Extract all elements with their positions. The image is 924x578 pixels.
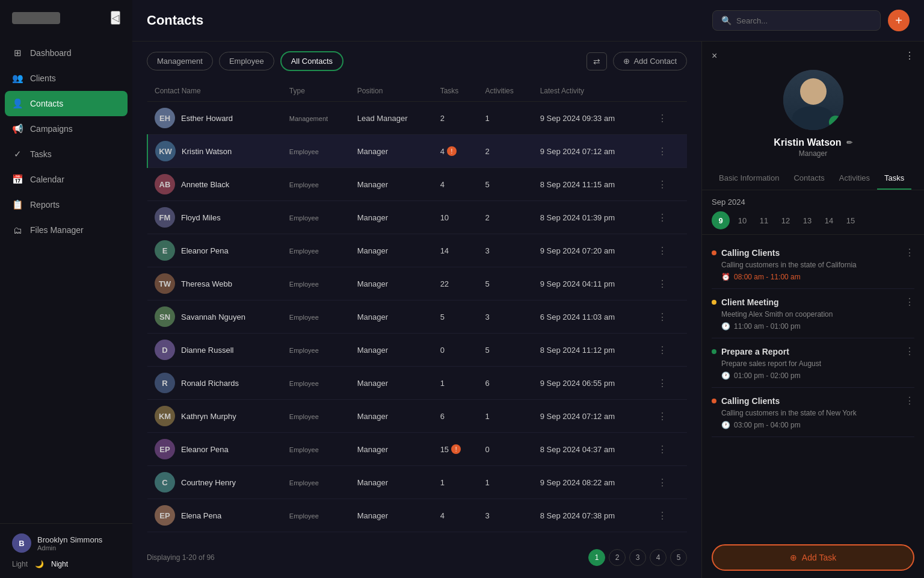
table-row[interactable]: KM Kathryn Murphy Employee Manager 6 1 9… [147, 400, 687, 433]
add-task-icon: ⊕ [790, 553, 797, 562]
row-more-button[interactable]: ⋮ [654, 144, 671, 158]
light-mode-button[interactable]: Light [12, 560, 28, 568]
position-cell: Manager [350, 168, 433, 201]
cal-day-11[interactable]: 11 [755, 211, 773, 229]
global-add-button[interactable]: + [888, 10, 910, 31]
task-count: 15 [440, 445, 449, 454]
row-more-button[interactable]: ⋮ [654, 376, 671, 390]
page-2-button[interactable]: 2 [609, 549, 626, 566]
cal-day-14[interactable]: 14 [820, 211, 838, 229]
task-time-text: 01:00 pm - 02:00 pm [734, 371, 801, 380]
type-badge: Employee [289, 479, 319, 486]
row-more-button[interactable]: ⋮ [654, 277, 671, 291]
sidebar-item-clients[interactable]: 👥Clients [0, 66, 132, 91]
sidebar-item-contacts[interactable]: 👤Contacts [5, 91, 128, 116]
task-item: Calling Clients ⋮ Calling customers in t… [712, 240, 914, 289]
tab-contacts[interactable]: Contacts [786, 167, 831, 190]
column-type: Type [282, 81, 350, 102]
row-more-button[interactable]: ⋮ [654, 509, 671, 523]
row-more-button[interactable]: ⋮ [654, 443, 671, 456]
task-more-button[interactable]: ⋮ [905, 296, 914, 308]
night-mode-button[interactable]: Night [51, 560, 68, 568]
page-5-button[interactable]: 5 [670, 549, 687, 566]
add-task-button[interactable]: ⊕ Add Task [712, 544, 914, 571]
contact-cell: FM Floyd Miles [155, 207, 275, 228]
activities-cell: 5 [478, 168, 532, 201]
sidebar-item-files[interactable]: 🗂Files Manager [0, 217, 132, 243]
cal-day-15[interactable]: 15 [842, 211, 860, 229]
task-description: Prepare sales report for August [721, 359, 914, 368]
contact-name: Savannah Nguyen [181, 312, 245, 322]
row-more-button[interactable]: ⋮ [654, 343, 671, 357]
sidebar-item-tasks[interactable]: ✓Tasks [0, 141, 132, 167]
files-icon: 🗂 [12, 225, 23, 235]
calendar-section: Sep 2024 9101112131415 [702, 190, 924, 235]
task-count: 5 [440, 312, 445, 322]
contact-avatar: SN [155, 306, 175, 327]
sidebar-item-calendar[interactable]: 📅Calendar [0, 167, 132, 192]
table-row[interactable]: R Ronald Richards Employee Manager 1 6 9… [147, 367, 687, 400]
table-row[interactable]: AB Annette Black Employee Manager 4 5 8 … [147, 168, 687, 201]
row-more-button[interactable]: ⋮ [654, 244, 671, 258]
table-row[interactable]: TW Theresa Webb Employee Manager 22 5 9 … [147, 267, 687, 300]
cal-day-12[interactable]: 12 [777, 211, 795, 229]
add-contact-button[interactable]: ⊕ Add Contact [613, 52, 687, 70]
row-more-button[interactable]: ⋮ [654, 476, 671, 489]
type-badge: Employee [289, 181, 319, 188]
task-description: Meeting Alex Smith on cooperation [721, 310, 914, 319]
table-row[interactable]: SN Savannah Nguyen Employee Manager 5 3 … [147, 300, 687, 334]
table-row[interactable]: EP Elena Pena Employee Manager 4 3 8 Sep… [147, 499, 687, 532]
task-more-button[interactable]: ⋮ [905, 247, 914, 258]
type-badge: Employee [289, 148, 319, 155]
row-more-button[interactable]: ⋮ [654, 211, 671, 225]
cal-day-13[interactable]: 13 [798, 211, 816, 229]
row-more-button[interactable]: ⋮ [654, 111, 671, 125]
sidebar-item-dashboard[interactable]: ⊞Dashboard [0, 40, 132, 66]
contact-cell: C Courtney Henry [155, 472, 275, 493]
table-row[interactable]: D Dianne Russell Employee Manager 0 5 8 … [147, 334, 687, 367]
search-input[interactable] [736, 16, 872, 25]
table-row[interactable]: EP Eleanor Pena Employee Manager 15 ! 0 … [147, 433, 687, 466]
table-row[interactable]: C Courtney Henry Employee Manager 1 1 9 … [147, 466, 687, 499]
contact-avatar: FM [155, 207, 175, 228]
table-row[interactable]: KW Kristin Watson Employee Manager 4 ! 2… [147, 135, 687, 168]
task-more-button[interactable]: ⋮ [905, 395, 914, 406]
table-row[interactable]: E Eleanor Pena Employee Manager 14 3 9 S… [147, 234, 687, 267]
cal-day-10[interactable]: 10 [733, 211, 751, 229]
page-3-button[interactable]: 3 [629, 549, 646, 566]
task-more-button[interactable]: ⋮ [905, 346, 914, 357]
task-time: ⏰ 08:00 am - 11:00 am [721, 273, 914, 281]
sidebar-item-reports[interactable]: 📋Reports [0, 192, 132, 217]
tab-activities[interactable]: Activities [832, 167, 877, 190]
table-row[interactable]: FM Floyd Miles Employee Manager 10 2 8 S… [147, 201, 687, 234]
row-more-button[interactable]: ⋮ [654, 310, 671, 324]
task-title-row: Calling Clients [712, 248, 780, 258]
user-role: Admin [37, 544, 102, 552]
activities-cell: 3 [478, 300, 532, 334]
task-count: 4 [440, 180, 445, 189]
latest-activity-cell: 8 Sep 2024 04:37 am [533, 433, 647, 466]
filter-management-button[interactable]: Management [147, 52, 213, 70]
sidebar-item-campaigns[interactable]: 📢Campaigns [0, 116, 132, 141]
calendar-header: Sep 2024 [712, 197, 914, 207]
edit-profile-icon[interactable]: ✏ [846, 138, 852, 147]
contact-avatar: EP [155, 439, 175, 459]
table-row[interactable]: EH Esther Howard Management Lead Manager… [147, 102, 687, 135]
position-cell: Manager [350, 234, 433, 267]
tab-basic-information[interactable]: Basic Information [712, 167, 786, 190]
filter-icon-button[interactable]: ⇄ [587, 52, 607, 70]
collapse-button[interactable]: ◁ [111, 11, 120, 25]
filter-all-button[interactable]: All Contacts [280, 51, 343, 71]
filter-employee-button[interactable]: Employee [219, 52, 274, 70]
cal-day-9[interactable]: 9 [712, 211, 730, 229]
latest-activity-cell: 8 Sep 2024 01:39 pm [533, 201, 647, 234]
page-buttons: 12345 [588, 549, 687, 566]
row-more-button[interactable]: ⋮ [654, 178, 671, 191]
panel-close-button[interactable]: × [712, 51, 717, 61]
task-time-text: 11:00 am - 01:00 pm [734, 322, 801, 331]
row-more-button[interactable]: ⋮ [654, 409, 671, 423]
tab-tasks[interactable]: Tasks [877, 167, 911, 190]
page-4-button[interactable]: 4 [650, 549, 667, 566]
page-1-button[interactable]: 1 [588, 549, 605, 566]
panel-more-button[interactable]: ⋮ [905, 50, 914, 61]
